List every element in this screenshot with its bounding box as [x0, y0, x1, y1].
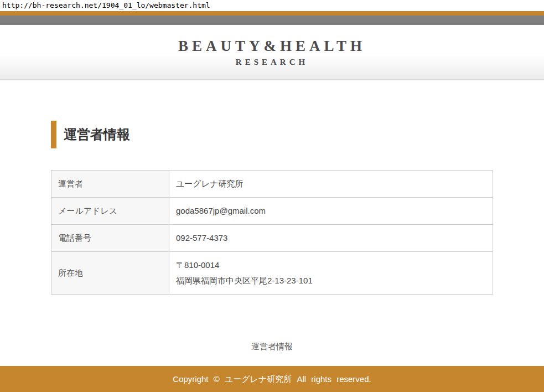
copyright-bar: Copyright © ユーグレナ研究所 All rights reserved…	[0, 366, 544, 392]
page: http://bh-research.net/1904_01_lo/webmas…	[0, 0, 544, 392]
row-value-line: 〒810-0014	[176, 257, 486, 273]
row-label: 運営者	[51, 171, 169, 198]
row-label: 電話番号	[51, 225, 169, 252]
top-gray-strip	[0, 16, 544, 25]
row-value: ユーグレナ研究所	[169, 171, 493, 198]
row-value-line: ユーグレナ研究所	[176, 176, 486, 192]
table-row: メールアドレス goda5867jp@gmail.com	[51, 198, 493, 225]
row-value-line: goda5867jp@gmail.com	[176, 203, 486, 219]
row-label: 所在地	[51, 252, 169, 295]
row-value-line: 092-577-4373	[176, 230, 486, 246]
table-row: 運営者 ユーグレナ研究所	[51, 171, 493, 198]
footer-nav-link-operator-info[interactable]: 運営者情報	[251, 342, 293, 351]
main-content: 運営者情報 運営者 ユーグレナ研究所 メールアドレス goda5867jp@gm…	[0, 121, 544, 352]
page-title: 運営者情報	[51, 121, 493, 148]
site-logo-sub-text: RESEARCH	[178, 57, 366, 67]
top-accent-strip	[0, 11, 544, 16]
operator-info-table: 運営者 ユーグレナ研究所 メールアドレス goda5867jp@gmail.co…	[51, 170, 493, 295]
row-label: メールアドレス	[51, 198, 169, 225]
site-logo[interactable]: BEAUTY&HEALTH RESEARCH	[178, 38, 366, 67]
site-logo-main-text: BEAUTY&HEALTH	[178, 38, 366, 54]
site-header: BEAUTY&HEALTH RESEARCH	[0, 25, 544, 80]
footer-nav: 運営者情報	[51, 342, 493, 352]
table-row: 電話番号 092-577-4373	[51, 225, 493, 252]
row-value: goda5867jp@gmail.com	[169, 198, 493, 225]
page-url-text: http://bh-research.net/1904_01_lo/webmas…	[0, 0, 544, 11]
row-value-line: 福岡県福岡市中央区平尾2-13-23-101	[176, 273, 486, 288]
table-row: 所在地 〒810-0014 福岡県福岡市中央区平尾2-13-23-101	[51, 252, 493, 295]
row-value: 092-577-4373	[169, 225, 493, 252]
row-value: 〒810-0014 福岡県福岡市中央区平尾2-13-23-101	[169, 252, 493, 295]
